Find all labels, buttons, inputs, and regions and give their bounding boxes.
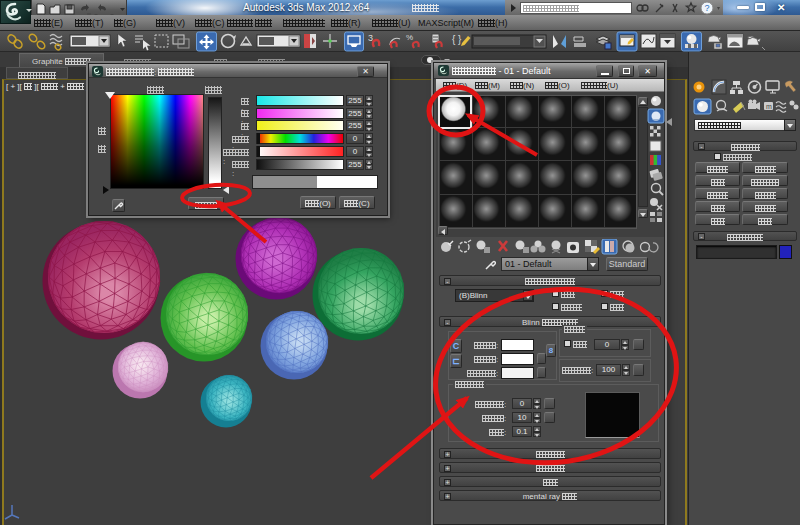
svg-text:m: m <box>766 103 772 110</box>
svg-text:{ }: { } <box>452 34 462 45</box>
svg-text:%: % <box>406 33 413 42</box>
svg-text:?: ? <box>704 3 709 13</box>
